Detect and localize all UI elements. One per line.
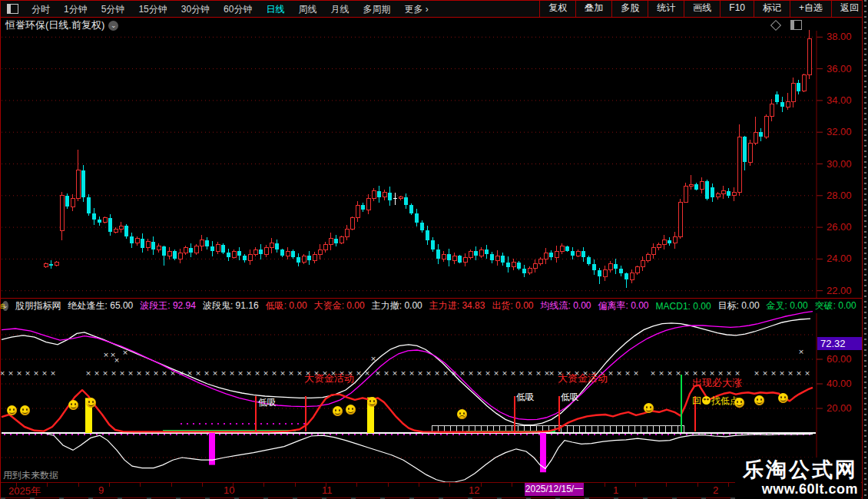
candle: [404, 193, 408, 209]
candle: [329, 233, 333, 250]
svg-text:×: ×: [103, 351, 109, 359]
x-marks: ××××××××××××××××××××××××××××××××××××××××…: [0, 348, 810, 377]
chevron-down-icon[interactable]: ⌄: [108, 21, 118, 31]
candle: [60, 192, 64, 240]
candle: [598, 268, 601, 285]
svg-text:×: ×: [510, 369, 516, 377]
svg-text:×: ×: [417, 369, 423, 377]
candle: [356, 201, 359, 223]
period-tab-日线[interactable]: 日线: [259, 4, 291, 15]
date-tick: [295, 483, 296, 487]
candle: [705, 180, 709, 201]
svg-text:×: ×: [701, 369, 707, 377]
tool-button-标记[interactable]: 标记: [754, 1, 790, 17]
period-tab-多周期[interactable]: 多周期: [356, 4, 397, 15]
svg-text:×: ×: [518, 369, 525, 377]
date-tick: [512, 483, 512, 487]
right-strip-char: 自: [0, 302, 5, 310]
svg-text:×: ×: [762, 369, 768, 377]
candle: [210, 241, 214, 256]
candle: [184, 246, 187, 254]
candle: [614, 259, 618, 274]
indicator-field-目标: 目标: 0.00: [718, 299, 760, 312]
svg-text:×: ×: [383, 369, 389, 377]
svg-text:×: ×: [102, 369, 108, 377]
candle: [538, 257, 542, 266]
indicator-field-股朋指标网: 股朋指标网: [15, 299, 61, 312]
svg-text:×: ×: [128, 369, 134, 377]
indicator-axis-label: 40.00: [827, 378, 852, 389]
candle: [452, 253, 456, 264]
candle: [700, 177, 704, 193]
candle: [307, 251, 311, 265]
layout-icon[interactable]: [790, 20, 802, 30]
pane-annotation: 大资金活动: [558, 373, 608, 383]
svg-text:×: ×: [392, 369, 398, 377]
period-tab-15分钟[interactable]: 15分钟: [131, 4, 174, 15]
period-tab-60分钟[interactable]: 60分钟: [217, 4, 259, 15]
period-tab-周线[interactable]: 周线: [291, 4, 323, 15]
period-tab-1分钟[interactable]: 1分钟: [57, 4, 94, 15]
svg-text:×: ×: [548, 369, 555, 377]
svg-text:×: ×: [94, 369, 100, 377]
svg-text:×: ×: [111, 369, 117, 377]
svg-text:×: ×: [459, 369, 465, 377]
date-tick: [109, 483, 110, 487]
candle: [318, 244, 322, 259]
svg-text:×: ×: [468, 369, 474, 377]
svg-text:×: ×: [409, 369, 415, 377]
svg-text:×: ×: [212, 369, 218, 377]
crosshair-date-badge: 2025/12/15/一: [525, 483, 584, 496]
candle: [366, 194, 370, 215]
candle: [194, 244, 198, 255]
tool-buttons: 复权叠加多股统计画线F10标记+自选返回: [539, 1, 868, 17]
candle: [286, 247, 290, 259]
svg-text:×: ×: [535, 369, 542, 377]
candle: [522, 265, 526, 277]
tool-button-多股[interactable]: 多股: [611, 1, 648, 17]
svg-text:×: ×: [434, 369, 440, 377]
watermark-site-name: 乐淘公式网: [743, 459, 858, 481]
tool-button-复权[interactable]: 复权: [539, 1, 575, 17]
date-tick: [728, 483, 729, 487]
period-tab-30分钟[interactable]: 30分钟: [174, 4, 217, 15]
candle: [49, 260, 53, 269]
candle: [340, 236, 343, 244]
tool-button-F10[interactable]: F10: [720, 1, 754, 17]
candle: [232, 250, 236, 259]
indicator-field-金叉: 金叉: 0.00: [767, 299, 808, 312]
candle: [200, 235, 204, 251]
svg-text:×: ×: [717, 369, 724, 377]
candle: [743, 136, 747, 170]
period-tab-更多 ›[interactable]: 更多 ›: [397, 4, 435, 15]
candle: [442, 251, 446, 262]
candle: [275, 240, 279, 253]
candle: [189, 243, 193, 257]
candle: [420, 220, 424, 233]
period-tabs: 分时1分钟5分钟15分钟30分钟60分钟日线周线月线多周期更多 ›: [25, 2, 436, 17]
layout-panel-icon[interactable]: [7, 4, 18, 14]
svg-text:×: ×: [161, 369, 167, 377]
tool-button-统计[interactable]: 统计: [648, 1, 684, 17]
candle: [76, 150, 80, 201]
svg-text:×: ×: [297, 369, 303, 377]
date-label: 1: [613, 484, 618, 496]
period-tab-分时[interactable]: 分时: [25, 4, 57, 15]
svg-text:×: ×: [400, 369, 406, 377]
tool-button-+自选[interactable]: +自选: [790, 1, 831, 17]
candle: [689, 175, 693, 190]
candle: [173, 250, 177, 260]
svg-text:×: ×: [41, 369, 48, 377]
candle: [205, 237, 209, 250]
period-tab-月线[interactable]: 月线: [323, 4, 356, 15]
date-label: 12: [469, 484, 479, 496]
tool-button-画线[interactable]: 画线: [684, 1, 720, 17]
smiley-face-marker: [20, 405, 30, 415]
pane-annotation: 低吸: [561, 392, 579, 402]
svg-text:×: ×: [650, 369, 656, 377]
period-tab-5分钟[interactable]: 5分钟: [94, 4, 132, 15]
diamond-icon[interactable]: [770, 19, 781, 30]
indicator-field-主力进: 主力进: 34.83: [429, 299, 485, 312]
indicator-field-出货: 出货: 0.00: [492, 299, 533, 312]
tool-button-叠加[interactable]: 叠加: [575, 1, 611, 17]
